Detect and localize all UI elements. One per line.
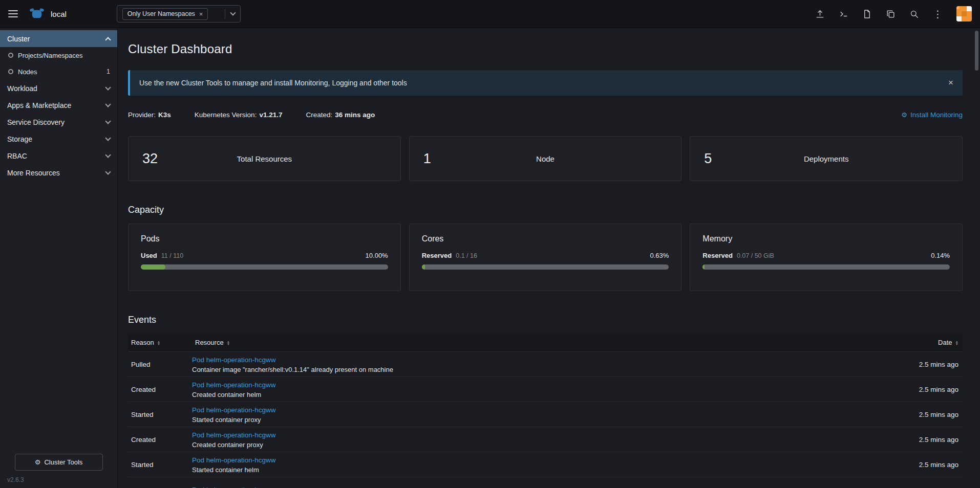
sort-icon: ▲▼: [227, 340, 230, 345]
stat-value: 32: [142, 151, 158, 167]
progress-fill: [422, 264, 425, 270]
app-root: local Only User Namespaces × ⋮: [0, 0, 980, 488]
event-row: Pulled Pod helm-operation-hcgww Containe…: [128, 352, 963, 377]
pods-progress-bar: [141, 264, 388, 270]
sidebar-item-nodes[interactable]: Nodes 1: [0, 63, 117, 80]
created-meta: Created:36 mins ago: [306, 111, 375, 119]
capacity-percent: 0.14%: [931, 252, 950, 259]
sidebar-item-projects-namespaces[interactable]: Projects/Namespaces: [0, 47, 117, 63]
dropdown-divider: [225, 9, 225, 19]
sidebar-item-service-discovery[interactable]: Service Discovery: [0, 114, 117, 130]
meta-value: v1.21.7: [259, 111, 282, 119]
stat-value: 5: [704, 151, 712, 167]
event-resource-link[interactable]: Pod helm-operation-hcgww: [192, 381, 276, 389]
scrollbar-thumb[interactable]: [975, 31, 978, 71]
sidebar-item-rbac[interactable]: RBAC: [0, 147, 117, 164]
user-avatar[interactable]: [956, 6, 972, 21]
copy-icon[interactable]: [886, 9, 896, 19]
sidebar-item-label: Nodes: [18, 68, 102, 76]
column-header-resource[interactable]: Resource ▲▼: [192, 339, 886, 346]
meta-label: Provider:: [128, 111, 156, 119]
event-date: 2.5 mins ago: [886, 461, 963, 469]
meta-value: K3s: [158, 111, 171, 119]
sidebar-item-label: Service Discovery: [7, 118, 106, 126]
sidebar-item-storage[interactable]: Storage: [0, 130, 117, 147]
sidebar: Cluster Projects/Namespaces Nodes 1 Work…: [0, 28, 118, 488]
search-icon[interactable]: [909, 9, 919, 19]
rancher-logo-icon[interactable]: [29, 8, 45, 19]
install-monitoring-link[interactable]: ⚙ Install Monitoring: [901, 111, 963, 119]
sidebar-item-workload[interactable]: Workload: [0, 80, 117, 97]
stat-label: Node: [410, 154, 681, 163]
event-resource-link[interactable]: Pod helm-operation-hcgww: [192, 486, 276, 488]
capacity-metric-label: Reserved: [422, 252, 452, 259]
event-date: 2.5 mins ago: [886, 386, 963, 393]
capacity-metric-label: Used: [141, 252, 157, 259]
capacity-amount: 0.1 / 16: [456, 252, 477, 259]
stat-label: Deployments: [690, 154, 962, 163]
namespace-icon: [8, 53, 13, 58]
sidebar-item-more-resources[interactable]: More Resources: [0, 164, 117, 181]
column-header-reason[interactable]: Reason ▲▼: [128, 339, 192, 346]
event-row: Pod helm-operation-hcgww: [128, 477, 963, 488]
event-resource-link[interactable]: Pod helm-operation-hcgww: [192, 356, 276, 364]
event-description: Started container proxy: [192, 416, 886, 424]
stat-card-node: Node 1: [409, 136, 682, 181]
meta-label: Kubernetes Version:: [195, 111, 257, 119]
meta-value: 36 mins ago: [335, 111, 375, 119]
events-table: Reason ▲▼ Resource ▲▼ Date ▲▼ Pulled Pod…: [128, 334, 963, 488]
event-description: Created container helm: [192, 391, 886, 398]
memory-progress-bar: [702, 264, 950, 270]
event-resource-link[interactable]: Pod helm-operation-hcgww: [192, 406, 276, 414]
topbar: local Only User Namespaces × ⋮: [0, 0, 980, 28]
upload-icon[interactable]: [815, 9, 825, 19]
progress-fill: [702, 264, 705, 270]
sidebar-item-cluster[interactable]: Cluster: [0, 30, 117, 47]
sidebar-item-apps-marketplace[interactable]: Apps & Marketplace: [0, 97, 117, 114]
capacity-card-title: Memory: [702, 234, 950, 243]
cluster-tools-button[interactable]: ⚙ Cluster Tools: [15, 454, 103, 471]
event-resource-link[interactable]: Pod helm-operation-hcgww: [192, 456, 276, 464]
stat-card-deployments: Deployments 5: [690, 136, 963, 181]
cluster-meta-row: Provider:K3s Kubernetes Version:v1.21.7 …: [128, 111, 963, 119]
stats-row: Total Resources 32 Node 1 Deployments 5: [128, 136, 963, 181]
page-title: Cluster Dashboard: [128, 41, 963, 57]
sidebar-nav: Cluster Projects/Namespaces Nodes 1 Work…: [0, 30, 117, 181]
info-banner: Use the new Cluster Tools to manage and …: [128, 70, 963, 96]
chip-close-icon[interactable]: ×: [199, 10, 203, 18]
chevron-down-icon[interactable]: [230, 10, 236, 15]
chevron-down-icon: [105, 84, 111, 90]
progress-fill: [141, 264, 165, 270]
banner-close-icon[interactable]: ×: [948, 78, 953, 88]
column-header-date[interactable]: Date ▲▼: [886, 339, 963, 346]
main-content: Cluster Dashboard Use the new Cluster To…: [118, 28, 980, 488]
event-description: Created container proxy: [192, 441, 886, 449]
kebab-menu-icon[interactable]: ⋮: [933, 9, 943, 19]
kubectl-shell-icon[interactable]: [839, 9, 848, 19]
namespace-filter-chip[interactable]: Only User Namespaces ×: [122, 8, 208, 20]
event-reason: Pulled: [128, 361, 192, 368]
namespace-filter-dropdown[interactable]: Only User Namespaces ×: [117, 5, 241, 23]
cores-progress-bar: [422, 264, 669, 270]
nodes-count-badge: 1: [106, 68, 110, 75]
file-icon[interactable]: [862, 9, 872, 19]
chevron-up-icon: [105, 37, 111, 42]
sidebar-item-label: Cluster: [7, 35, 106, 43]
event-date: 2.5 mins ago: [886, 361, 963, 368]
stat-card-total-resources: Total Resources 32: [128, 136, 401, 181]
gear-icon: ⚙: [35, 458, 41, 466]
event-resource-link[interactable]: Pod helm-operation-hcgww: [192, 431, 276, 439]
hamburger-menu-icon[interactable]: [8, 10, 18, 17]
topbar-icons: ⋮: [815, 6, 972, 21]
cluster-tools-label: Cluster Tools: [44, 458, 82, 466]
stat-label: Total Resources: [129, 154, 400, 163]
sidebar-item-label: RBAC: [7, 152, 106, 160]
banner-text: Use the new Cluster Tools to manage and …: [139, 79, 407, 87]
node-icon: [8, 69, 13, 74]
event-reason: Created: [128, 386, 192, 393]
sidebar-item-label: Workload: [7, 84, 106, 93]
stat-value: 1: [423, 151, 431, 167]
capacity-heading: Capacity: [128, 205, 963, 215]
sort-icon: ▲▼: [955, 340, 958, 345]
provider-meta: Provider:K3s: [128, 111, 171, 119]
